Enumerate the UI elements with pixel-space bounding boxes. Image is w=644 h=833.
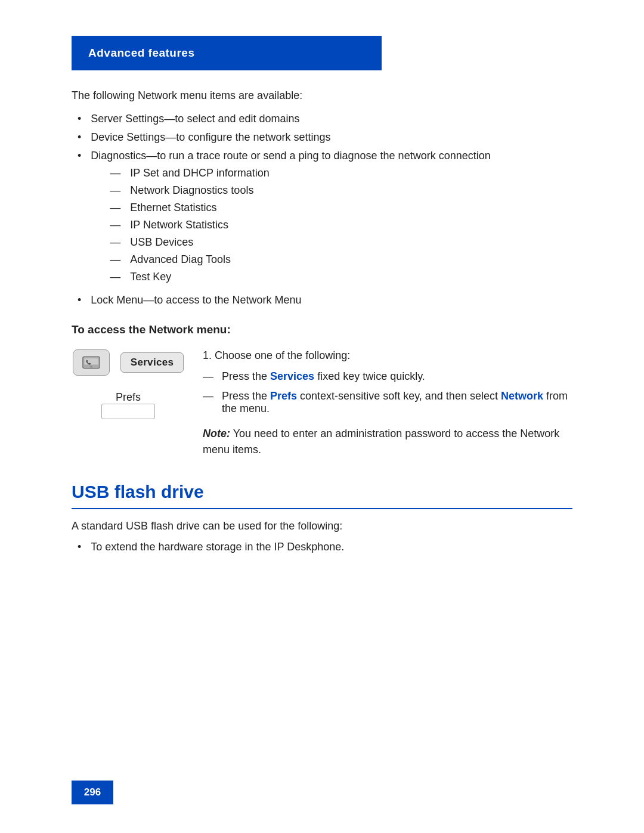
usb-bullet-list: To extend the hardware storage in the IP…: [78, 541, 572, 553]
sub-list-item: IP Network Statistics: [110, 219, 490, 231]
list-item-text: Device Settings—to configure the network…: [91, 131, 330, 144]
section-heading: To access the Network menu:: [72, 323, 572, 336]
svg-text:📞: 📞: [86, 360, 91, 365]
sub-list-item: Network Diagnostics tools: [110, 184, 490, 197]
section-divider: [72, 508, 572, 509]
step-item: Press the Prefs context-sensitive soft k…: [203, 390, 572, 415]
usb-intro: A standard USB flash drive can be used f…: [72, 520, 572, 532]
sub-list-item: Ethernet Statistics: [110, 202, 490, 214]
list-item-text: Diagnostics—to run a trace route or send…: [91, 150, 490, 288]
phone-buttons-row: 📞 Services: [73, 349, 184, 376]
sub-list-item: Advanced Diag Tools: [110, 253, 490, 266]
sub-list: IP Set and DHCP information Network Diag…: [110, 167, 490, 283]
list-item-text: To extend the hardware storage in the IP…: [91, 541, 344, 553]
usb-section: USB flash drive A standard USB flash dri…: [72, 482, 572, 553]
list-item: Diagnostics—to run a trace route or send…: [78, 150, 572, 288]
sub-list-item: IP Set and DHCP information: [110, 167, 490, 179]
list-item: Server Settings—to select and edit domai…: [78, 113, 572, 125]
list-item-text: Server Settings—to select and edit domai…: [91, 113, 299, 125]
step-sub-list: Press the Services fixed key twice quick…: [203, 370, 572, 415]
prefs-box: [101, 404, 155, 419]
phone-icon: 📞: [82, 354, 101, 371]
step-text: Press the Prefs context-sensitive soft k…: [222, 390, 572, 415]
instruction-steps: 1. Choose one of the following: Press th…: [203, 349, 572, 458]
step-intro: 1. Choose one of the following:: [203, 349, 572, 362]
note-label: Note:: [203, 428, 230, 439]
page-number: 296: [72, 781, 113, 804]
phone-icon-button: 📞: [73, 349, 110, 376]
header-title: Advanced features: [88, 47, 195, 59]
phone-graphic: 📞 Services Prefs: [72, 349, 185, 419]
svg-point-2: [90, 366, 92, 368]
instruction-area: 📞 Services Prefs 1. Choose one of the fo…: [72, 349, 572, 458]
intro-text: The following Network menu items are ava…: [72, 89, 572, 102]
main-bullet-list: Server Settings—to select and edit domai…: [78, 113, 572, 306]
network-link: Network: [501, 390, 543, 402]
usb-title: USB flash drive: [72, 482, 572, 502]
list-item: Lock Menu—to access to the Network Menu: [78, 294, 572, 306]
note-text: You need to enter an administration pass…: [203, 428, 559, 456]
note-box: Note: You need to enter an administratio…: [203, 426, 572, 458]
page-container: Advanced features The following Network …: [0, 0, 644, 607]
services-link: Services: [270, 370, 314, 382]
list-item-text: Lock Menu—to access to the Network Menu: [91, 294, 301, 306]
header-box: Advanced features: [72, 36, 382, 70]
step-item: Press the Services fixed key twice quick…: [203, 370, 572, 383]
services-button[interactable]: Services: [120, 352, 184, 373]
prefs-label: Prefs: [116, 391, 141, 404]
list-item: To extend the hardware storage in the IP…: [78, 541, 572, 553]
sub-list-item: USB Devices: [110, 236, 490, 249]
list-item: Device Settings—to configure the network…: [78, 131, 572, 144]
prefs-link: Prefs: [270, 390, 297, 402]
step-text: Press the Services fixed key twice quick…: [222, 370, 425, 383]
sub-list-item: Test Key: [110, 271, 490, 283]
